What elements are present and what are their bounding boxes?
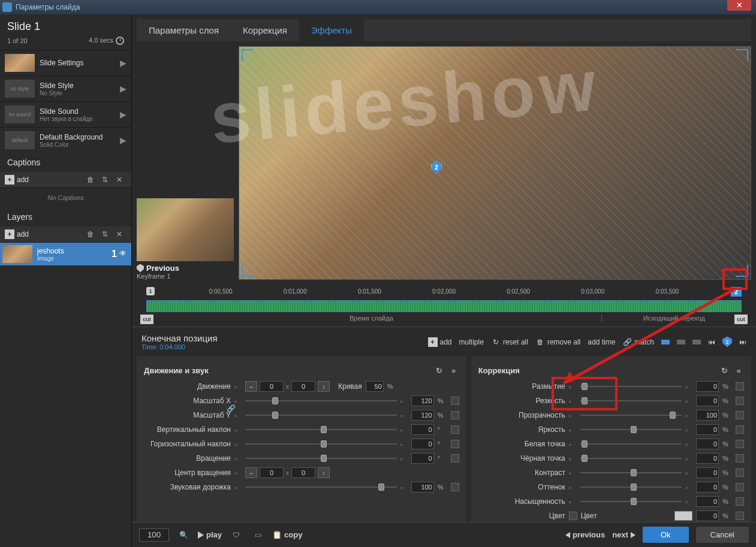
close-button[interactable]: ✕ (727, 0, 751, 11)
audio-input[interactable] (411, 482, 434, 492)
tilt-v-slider[interactable] (245, 425, 397, 434)
hue-input[interactable] (696, 482, 719, 492)
black-slider[interactable] (580, 454, 682, 463)
black-input[interactable] (696, 453, 719, 464)
contrast-input[interactable] (696, 467, 719, 478)
color-chip[interactable] (674, 511, 692, 521)
lock-icon[interactable]: ▫ (400, 455, 408, 462)
timeline-track[interactable] (146, 300, 742, 312)
lock-icon[interactable]: ▫ (400, 426, 408, 433)
expand-icon[interactable]: » (448, 365, 459, 376)
cut-out-marker[interactable]: cut (734, 315, 748, 324)
checkbox[interactable] (451, 397, 459, 405)
add-caption-button[interactable]: +add (5, 175, 29, 185)
lock-icon[interactable]: ▫ (400, 412, 408, 419)
collapse-icon[interactable]: « (733, 365, 744, 376)
end-marker[interactable]: 2 (731, 287, 742, 297)
blur-slider[interactable] (580, 382, 682, 391)
checkbox[interactable] (451, 411, 459, 419)
add-time-button[interactable]: add time (588, 338, 615, 346)
center-y-input[interactable] (291, 467, 315, 478)
lock-icon[interactable]: ▫ (234, 426, 242, 433)
segment-2[interactable] (677, 340, 685, 344)
rotation-input[interactable] (411, 453, 434, 464)
lock-icon[interactable]: ▫ (400, 440, 408, 448)
saturation-input[interactable] (696, 496, 719, 507)
copy-button[interactable]: 📋copy (272, 530, 302, 539)
lock-icon[interactable]: ▫ (234, 397, 242, 404)
lock-icon[interactable]: ▫ (400, 483, 408, 491)
lock-icon[interactable]: ▫ (234, 440, 242, 448)
prev-kf-button[interactable]: ⏮ (708, 338, 715, 346)
move-h-icon[interactable]: ↔ (245, 467, 257, 478)
move-v-icon[interactable]: ↕ (318, 467, 330, 478)
checkbox[interactable] (451, 454, 459, 463)
scale-y-input[interactable] (411, 410, 434, 421)
eye-icon[interactable]: 👁 (119, 249, 129, 259)
search-icon[interactable]: 🔍 (178, 530, 189, 540)
sort-icon[interactable]: ⇅ (100, 229, 110, 240)
segment-1[interactable] (661, 340, 670, 344)
curve-input[interactable] (366, 381, 384, 392)
sharpness-slider[interactable] (580, 396, 682, 406)
timeline-ruler[interactable]: 1 0:00,500 0:01,000 0:01,500 0:02,000 0:… (146, 289, 742, 300)
color-input[interactable] (696, 510, 719, 521)
tools-icon[interactable]: ✕ (114, 174, 125, 185)
lock-icon[interactable]: ▫ (234, 455, 242, 462)
tilt-h-slider[interactable] (245, 439, 397, 449)
tools-icon[interactable]: ✕ (114, 229, 125, 240)
lock-icon[interactable]: ▫ (234, 483, 242, 491)
refresh-icon[interactable]: ↻ (719, 365, 730, 376)
checkbox[interactable] (451, 483, 459, 491)
cancel-button[interactable]: Cancel (696, 527, 749, 543)
slide-settings-row[interactable]: Slide Settings ▶ (0, 50, 131, 75)
sharpness-input[interactable] (696, 395, 719, 406)
tab-effects[interactable]: Эффекты (299, 19, 364, 41)
scale-x-slider[interactable] (245, 396, 397, 406)
slide-sound-row[interactable]: no sound Slide SoundНет звука в слайде ▶ (0, 101, 131, 127)
opacity-input[interactable] (696, 410, 719, 421)
tilt-v-input[interactable] (411, 424, 434, 435)
movement-y-input[interactable] (291, 381, 315, 392)
lock-icon[interactable]: ▫ (234, 469, 242, 476)
multiple-button[interactable]: multiple (459, 338, 484, 346)
screen-icon[interactable]: ▭ (252, 530, 263, 540)
audio-slider[interactable] (245, 482, 397, 492)
zoom-input[interactable] (139, 528, 169, 542)
start-marker[interactable]: 1 (146, 287, 155, 295)
tilt-h-input[interactable] (411, 439, 434, 449)
ok-button[interactable]: Ok (643, 527, 689, 543)
scale-x-input[interactable] (411, 395, 434, 406)
slide-style-row[interactable]: no style Slide StyleNo Style ▶ (0, 75, 131, 101)
brightness-slider[interactable] (580, 425, 682, 434)
brightness-input[interactable] (696, 424, 719, 435)
lock-icon[interactable]: ▫ (400, 397, 408, 404)
remove-all-button[interactable]: 🗑remove all (535, 337, 580, 347)
lock-icon[interactable]: ▫ (234, 383, 242, 390)
saturation-slider[interactable] (580, 497, 682, 506)
keyframe-thumb[interactable] (137, 198, 234, 261)
reset-all-button[interactable]: ↻reset all (491, 337, 528, 347)
checkbox[interactable] (451, 440, 459, 448)
previous-button[interactable]: previous (565, 530, 605, 539)
tab-layer-params[interactable]: Параметры слоя (137, 19, 231, 41)
trash-icon[interactable]: 🗑 (85, 229, 96, 240)
cut-in-marker[interactable]: cut (140, 315, 153, 324)
next-kf-button[interactable]: ⏭ (739, 338, 746, 346)
link-icon[interactable]: 🔗 (227, 404, 236, 414)
add-keyframe-button[interactable]: +add (428, 337, 452, 347)
move-v-icon[interactable]: ↕ (318, 381, 330, 392)
add-layer-button[interactable]: +add (5, 229, 29, 239)
contrast-slider[interactable] (580, 468, 682, 478)
background-row[interactable]: default Default BackgroundSolid Color ▶ (0, 127, 131, 153)
rotation-slider[interactable] (245, 454, 397, 463)
scale-y-slider[interactable] (245, 410, 397, 420)
trash-icon[interactable]: 🗑 (85, 174, 96, 185)
shield-icon[interactable]: 🛡 (231, 530, 242, 540)
hue-slider[interactable] (580, 482, 682, 492)
movement-x-input[interactable] (260, 381, 284, 392)
match-button[interactable]: 🔗match (622, 337, 654, 347)
checkbox[interactable] (451, 425, 459, 434)
layer-row[interactable]: jeshootsImage 1 👁 (0, 243, 131, 265)
move-h-icon[interactable]: ↔ (245, 381, 257, 392)
